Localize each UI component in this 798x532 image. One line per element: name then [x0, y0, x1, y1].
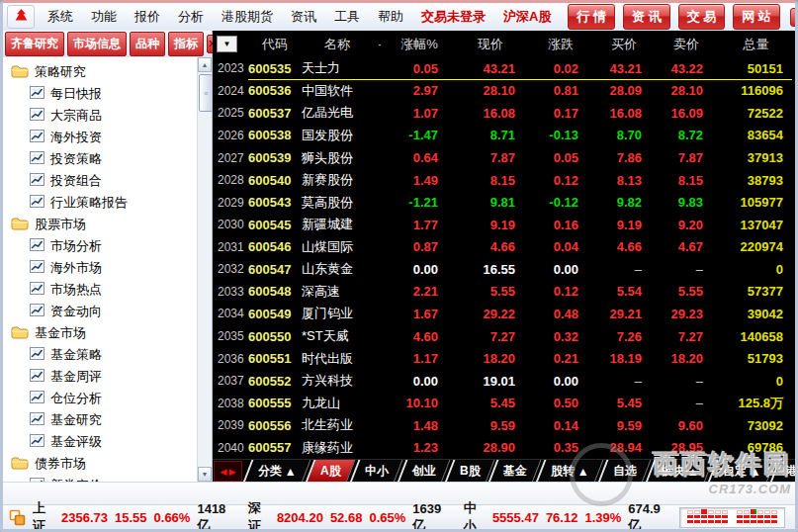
signal-cell [715, 510, 721, 514]
menu-item-6[interactable]: 资讯 [282, 3, 325, 31]
table-row[interactable]: 2024600536中国软件2.9728.100.8128.0928.10116… [213, 80, 795, 103]
quick-button-4[interactable]: 网 站 [733, 4, 780, 30]
tree-item-1-6[interactable]: 行业策略报告 [3, 192, 212, 214]
scrollbar-thumb[interactable]: ≡ [199, 74, 213, 112]
change-pct: 0.00 [387, 374, 452, 389]
pane-tab-2[interactable]: 市场信息 [67, 32, 127, 56]
last-price: 8.71 [452, 128, 529, 142]
scroll-up-icon[interactable]: ▲ [198, 57, 212, 72]
pane-tab-4[interactable]: 指标 [168, 32, 204, 56]
menu-item-7[interactable]: 工具 [325, 3, 369, 31]
pane-tab-3[interactable]: 品种 [130, 32, 165, 56]
column-header-1[interactable]: 代码 [248, 36, 302, 53]
table-row[interactable]: 2037600552方兴科技0.0019.010.00––0 [213, 370, 795, 393]
sidebar-scrollbar[interactable]: ▲ ≡ ▼ [197, 57, 212, 482]
tree-item-3-4[interactable]: 基金研究 [3, 409, 212, 431]
pane-tab-1[interactable]: 齐鲁研究 [5, 32, 64, 56]
tree-folder-1[interactable]: 策略研究 [3, 61, 212, 83]
tab-scroll-right-icon[interactable]: ▶ [229, 467, 236, 477]
tree-item-4-1[interactable]: 新券定价 [3, 475, 212, 482]
signal-cell [737, 510, 743, 514]
window-minimize-button[interactable]: ─ [790, 8, 798, 27]
market-tab-4[interactable]: 创业 [397, 460, 450, 483]
stock-name: 时代出版 [302, 350, 373, 368]
tree-folder-2[interactable]: 股票市场 [3, 214, 212, 235]
tree-item-1-2[interactable]: 大宗商品 [3, 105, 212, 127]
tree-item-label: 基金研究 [50, 411, 102, 429]
column-header-3[interactable]: · [373, 37, 387, 51]
signal-cell [764, 510, 770, 514]
tree-item-2-4[interactable]: 资金动向 [3, 301, 212, 322]
tree-item-2-3[interactable]: 市场热点 [3, 279, 212, 301]
last-price: 5.45 [452, 396, 529, 410]
quick-button-3[interactable]: 交 易 [678, 4, 726, 30]
tree-item-3-5[interactable]: 基金评级 [3, 431, 212, 453]
tab-scroll-left-icon[interactable]: ◀ [221, 467, 227, 477]
market-tab-2[interactable]: A股 [305, 460, 355, 483]
tree-item-3-1[interactable]: 基金策略 [3, 344, 212, 366]
folder-icon [11, 325, 29, 342]
last-price: 19.01 [452, 374, 529, 389]
menu-item-3[interactable]: 报价 [126, 3, 169, 31]
menu-item-8[interactable]: 帮助 [369, 3, 412, 31]
menu-status-2[interactable]: 沪深A股 [494, 3, 560, 31]
menu-item-5[interactable]: 港股期货 [213, 3, 282, 31]
total-volume: 83654 [717, 128, 795, 142]
market-tab-5[interactable]: B股 [444, 460, 494, 483]
column-dropdown-icon[interactable]: ▼ [217, 36, 237, 52]
tree-item-3-2[interactable]: 基金周评 [3, 366, 212, 388]
tree-item-2-2[interactable]: 海外市场 [3, 257, 212, 279]
tree-item-2-1[interactable]: 市场分析 [3, 235, 212, 257]
tree-item-3-3[interactable]: 仓位分析 [3, 388, 212, 409]
table-row[interactable]: 2039600556北生药业1.489.590.149.599.6073092 [213, 414, 795, 437]
table-row[interactable]: 2031600546山煤国际0.874.660.044.664.67220974 [213, 236, 795, 259]
column-header-7[interactable]: 买价 [592, 36, 656, 53]
table-row[interactable]: 2033600548深高速2.215.550.125.545.5557377 [213, 281, 795, 304]
table-row[interactable]: 2027600539狮头股份0.647.870.057.867.8737913 [213, 146, 795, 169]
menu-bar: 系统功能报价分析港股期货资讯工具帮助交易未登录沪深A股 行 情资 讯交 易网 站… [3, 3, 795, 31]
market-tab-7[interactable]: 股转▲ [536, 460, 604, 483]
tree-folder-4[interactable]: 债券市场 [3, 453, 212, 475]
table-row[interactable]: 2038600555九龙山10.105.450.505.45–125.8万 [213, 392, 795, 414]
market-tab-9[interactable]: 板块▲ [646, 460, 714, 483]
column-header-9[interactable]: 总量 [717, 36, 795, 53]
quick-button-2[interactable]: 资 讯 [623, 4, 670, 30]
table-row[interactable]: 2040600557康缘药业1.2328.900.3528.9428.95697… [213, 437, 795, 460]
status-windows-icon[interactable] [9, 509, 26, 526]
market-tab-8[interactable]: 自选 [598, 460, 652, 483]
table-row[interactable]: 2028600540新赛股份1.498.150.128.138.1538793 [213, 169, 795, 192]
column-header-8[interactable]: 卖价 [656, 36, 717, 53]
column-header-2[interactable]: 名称 [302, 36, 373, 53]
table-row[interactable]: 2035600550*ST天威4.607.270.327.267.2714065… [213, 325, 795, 348]
market-tab-6[interactable]: 基金 [488, 460, 542, 483]
table-row[interactable]: 2029600543莫高股份-1.219.81-0.129.829.831059… [213, 191, 795, 214]
tree-item-1-4[interactable]: 投资策略 [3, 148, 212, 170]
market-tab-10[interactable]: 自定▲ [708, 460, 776, 483]
scroll-down-icon[interactable]: ▼ [198, 467, 212, 482]
app-logo[interactable] [7, 5, 35, 29]
menu-item-1[interactable]: 系统 [39, 3, 82, 31]
column-header-5[interactable]: 现价 [452, 36, 529, 53]
tree-item-1-5[interactable]: 投资组合 [3, 170, 212, 192]
tree-folder-3[interactable]: 基金市场 [3, 322, 212, 344]
tree-item-1-3[interactable]: 海外投资 [3, 127, 212, 148]
tree-item-1-1[interactable]: 每日快报 [3, 83, 212, 105]
table-row[interactable]: 2036600551时代出版1.1718.200.2118.1918.20517… [213, 347, 795, 370]
menu-item-2[interactable]: 功能 [82, 3, 126, 31]
table-row[interactable]: 2026600538国发股份-1.478.71-0.138.708.728365… [213, 125, 795, 147]
table-row[interactable]: 2025600537亿晶光电1.0716.080.1716.0816.09725… [213, 102, 795, 125]
table-row[interactable]: 2030600545新疆城建1.779.190.169.199.20137047 [213, 214, 795, 236]
column-header-4[interactable]: 涨幅% [387, 36, 452, 53]
stock-name: 莫高股份 [302, 194, 373, 212]
table-row[interactable]: 2032600547山东黄金0.0016.550.00––0 [213, 258, 795, 281]
signal-cell [715, 515, 721, 518]
market-tab-1[interactable]: 分类▲ [243, 460, 311, 483]
table-row[interactable]: 2023600535天士力0.0543.210.0243.2143.225015… [213, 57, 795, 80]
quick-button-1[interactable]: 行 情 [568, 4, 615, 30]
column-header-6[interactable]: 涨跌 [529, 36, 592, 53]
menu-item-4[interactable]: 分析 [169, 3, 213, 31]
menu-status-1[interactable]: 交易未登录 [412, 3, 494, 31]
market-tab-3[interactable]: 中小 [349, 460, 402, 483]
table-row[interactable]: 2034600549厦门钨业1.6729.220.4829.2129.23390… [213, 303, 795, 325]
tab-scroll-arrows[interactable]: ◀▶ [214, 461, 242, 482]
